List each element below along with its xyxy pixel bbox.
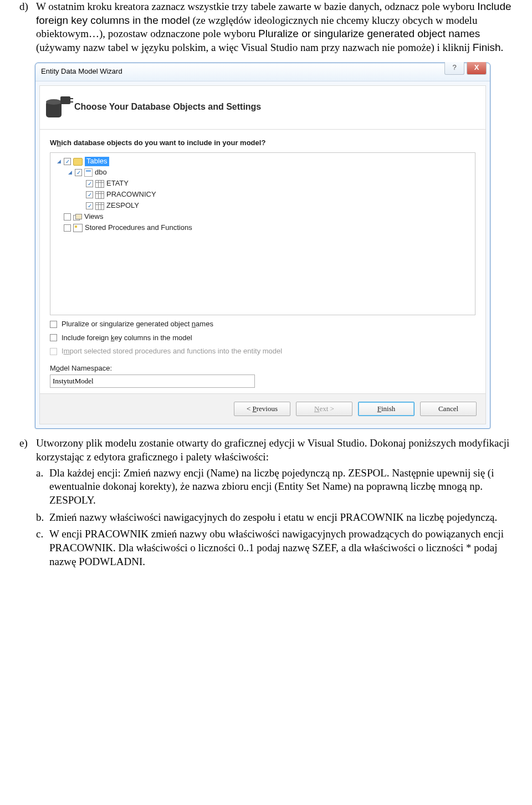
wizard-header: Choose Your Database Objects and Setting… [40, 86, 485, 130]
folder-icon [73, 158, 83, 166]
tree-node-pracownicy[interactable]: ◢PRACOWNICY [53, 189, 473, 201]
finish-button[interactable]: Finish [358, 402, 415, 416]
tree-node-zespoly[interactable]: ◢ZESPOLY [53, 201, 473, 212]
button-bar: < Previous Next > Finish Cancel [40, 393, 485, 424]
namespace-input[interactable] [50, 375, 255, 388]
sub-text-c: W encji PRACOWNIK zmień nazwy obu właści… [49, 527, 513, 568]
help-button[interactable]: ? [444, 62, 464, 75]
views-icon [73, 214, 82, 221]
paragraph-d: W ostatnim kroku kreatora zaznacz wszyst… [36, 0, 513, 55]
table-icon [95, 202, 104, 210]
window-title: Entity Data Model Wizard [35, 67, 122, 76]
sub-text-a: Dla każdej encji: Zmień nazwy encji (Nam… [49, 466, 513, 507]
checkbox-icon[interactable] [86, 202, 93, 209]
checkbox-icon[interactable] [86, 191, 93, 198]
stored-proc-icon [73, 224, 83, 232]
title-bar: Entity Data Model Wizard ? X [35, 63, 490, 81]
list-label-e: e) [19, 437, 36, 572]
paragraph-e: Utworzony plik modelu zostanie otwarty d… [36, 437, 513, 572]
checkbox-icon[interactable] [64, 213, 71, 221]
checkbox-icon[interactable] [50, 321, 57, 328]
table-icon [95, 180, 104, 188]
previous-button[interactable]: < Previous [234, 402, 290, 416]
tree-node-etaty[interactable]: ◢ETATY [53, 178, 473, 189]
option-import-sp: Import selected stored procedures and fu… [50, 347, 475, 356]
checkbox-icon[interactable] [75, 169, 82, 176]
tree-node-dbo[interactable]: ◢dbo [53, 167, 473, 178]
tree-node-sp[interactable]: ◢Stored Procedures and Functions [53, 223, 473, 234]
database-plug-icon [46, 95, 68, 120]
sub-text-b: Zmień nazwy właściwości nawigacyjnych do… [49, 511, 497, 525]
question-label: Which database objects do you want to in… [50, 139, 475, 148]
close-button[interactable]: X [467, 62, 487, 75]
checkbox-icon[interactable] [50, 334, 57, 341]
tree-node-tables[interactable]: ◢Tables [53, 156, 473, 167]
cancel-button[interactable]: Cancel [420, 402, 477, 416]
wizard-step-title: Choose Your Database Objects and Setting… [74, 101, 261, 113]
list-label-d: d) [19, 0, 36, 55]
table-icon [95, 191, 104, 199]
objects-tree[interactable]: ◢Tables ◢dbo ◢ETATY ◢PRACOWNICY ◢ZESPOLY [50, 152, 475, 315]
wizard-window: Entity Data Model Wizard ? X Choose Your… [35, 63, 490, 429]
sub-label-a: a. [36, 466, 49, 507]
checkbox-icon [50, 348, 57, 355]
option-foreign-keys[interactable]: Include foreign key columns in the model [50, 334, 475, 343]
checkbox-icon[interactable] [64, 158, 71, 165]
next-button: Next > [296, 402, 352, 416]
sub-label-c: c. [36, 527, 49, 568]
namespace-label: Model Namespace: [50, 364, 475, 373]
checkbox-icon[interactable] [86, 180, 93, 187]
sub-label-b: b. [36, 511, 49, 525]
checkbox-icon[interactable] [64, 224, 71, 232]
tree-node-views[interactable]: ◢Views [53, 212, 473, 223]
option-pluralize[interactable]: Pluralize or singularize generated objec… [50, 320, 475, 329]
schema-icon [84, 168, 93, 177]
